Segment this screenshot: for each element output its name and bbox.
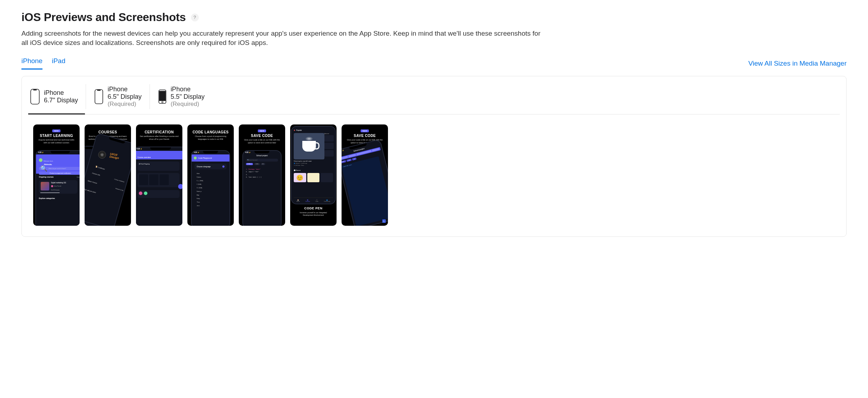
chip-css: CSS xyxy=(347,159,352,162)
shot-subtitle: Give your code a title on our IDE with t… xyxy=(242,139,282,144)
search-placeholder: What do you want to learn? xyxy=(49,168,66,169)
course-title: Digital marketing 101 xyxy=(51,182,66,184)
shot-title: COURSES xyxy=(85,130,131,134)
new-badge: NEW xyxy=(52,129,60,132)
size-device-label: iPhone xyxy=(171,86,205,93)
overview-label: Course overview xyxy=(137,156,151,158)
divider xyxy=(150,84,150,109)
phone-icon xyxy=(30,89,40,104)
size-device-label: iPhone xyxy=(107,86,141,93)
explore-label: Explore categories xyxy=(39,197,55,199)
phone-icon xyxy=(158,90,166,104)
device-tabs: iPhone iPad xyxy=(21,57,65,70)
screenshot-1[interactable]: NEW START LEARNING Acquire technical and… xyxy=(33,124,80,226)
row-course-completion: Course completion xyxy=(114,179,125,183)
screenshot-4[interactable]: CODE LANGUAGES Choose from a pool of pro… xyxy=(187,124,234,226)
new-badge: NEW xyxy=(360,129,369,132)
shot-subtitle: Immerse yourself in our Integrated Devel… xyxy=(295,211,332,216)
row-certificate: Certificate xyxy=(98,167,105,170)
svg-rect-6 xyxy=(159,91,166,101)
tab-ipad[interactable]: iPad xyxy=(52,57,65,70)
status-time: 4:20 ⚡ xyxy=(137,148,142,150)
meta-sub: Solomon · 2 months ago xyxy=(296,163,307,164)
view-all-label: View All xyxy=(77,176,80,178)
meta-stats: 1.6k Views · Share xyxy=(295,165,304,166)
divider xyxy=(86,84,86,109)
chip-html: HTML xyxy=(342,160,346,164)
svg-rect-0 xyxy=(31,89,39,104)
code-block: 1. Package "main" 2. import "fmt" 3. 4. … xyxy=(246,168,261,178)
svg-rect-2 xyxy=(95,90,103,104)
side-label: Awesome xyxy=(324,133,334,134)
size-tab-5-5[interactable]: iPhone 5.5" Display (Required) xyxy=(156,83,212,114)
nav-code: Code xyxy=(316,201,318,202)
nav-home: Home xyxy=(297,201,300,202)
screenshot-6[interactable]: Popular Awesome Steaming tea cup with va… xyxy=(290,124,337,226)
svg-point-5 xyxy=(162,101,163,103)
lessons-count: 8 of 32 lessons xyxy=(51,189,60,191)
row-reviews: Reviews (2.5k) xyxy=(115,188,123,192)
search-placeholder: Search by word xyxy=(249,159,257,161)
promo-banner: Product management certification xyxy=(39,172,80,175)
course-author: Umar Farouk xyxy=(54,185,61,187)
screenshot-3[interactable]: CERTIFICATION Get certifications after f… xyxy=(136,124,182,226)
user-name: Akinola. xyxy=(44,163,80,165)
size-device-label: iPhone xyxy=(44,89,78,97)
size-display-label: 6.5" Display xyxy=(107,93,141,101)
page-title: iOS Previews and Screenshots xyxy=(21,11,186,24)
svg-rect-3 xyxy=(97,90,101,91)
tab-iphone[interactable]: iPhone xyxy=(21,57,42,70)
brand-line2: Design xyxy=(109,155,119,160)
screenshot-5[interactable]: NEW SAVE CODE Give your code a title on … xyxy=(239,124,285,226)
status-time: 4:20 ⚡ xyxy=(245,152,251,153)
chip-js: JS xyxy=(352,158,357,161)
status-time: 4:20 ⚡ xyxy=(38,152,44,153)
nav-community: Community xyxy=(324,201,330,202)
choose-label: Choose a language xyxy=(197,166,211,168)
size-tab-6-7[interactable]: iPhone 6.7" Display xyxy=(28,83,85,114)
new-badge: NEW xyxy=(258,129,266,132)
svg-rect-1 xyxy=(33,90,37,91)
screenshot-7[interactable]: NEW SAVE CODE Give your code a title on … xyxy=(342,124,388,226)
row-course-info: Course Info xyxy=(92,172,100,176)
meta-title: Steaming tea cup with vapor xyxy=(294,160,322,162)
card-label: All Task Ongoing xyxy=(137,162,180,166)
chip-js: JS xyxy=(261,163,265,165)
welcome-text: Welcome back, xyxy=(44,160,53,162)
action-circle-icon xyxy=(178,184,182,189)
svg-point-7 xyxy=(101,154,103,155)
shot-title: CODE PEN xyxy=(290,206,337,210)
chip-html: HTML 5 xyxy=(246,163,253,165)
search-icon: 🔍 xyxy=(40,165,47,172)
chip-css: CSS xyxy=(254,163,259,165)
description-text: Adding screenshots for the newest device… xyxy=(21,29,542,47)
screenshot-2[interactable]: COURSES Enrol in our school of engineeri… xyxy=(85,124,131,226)
shot-title: SAVE CODE xyxy=(342,134,388,138)
shot-subtitle: Get certifications after finishing a cou… xyxy=(140,135,179,141)
row-learn: What will you learn xyxy=(85,188,96,194)
screenshots-panel: iPhone 6.7" Display iPhone 6.5" Display … xyxy=(21,76,847,237)
status-time: 4:20 ⚡ xyxy=(194,152,200,153)
corner-badge-icon: L xyxy=(382,219,386,223)
topbar-title: School project xyxy=(243,154,281,157)
view-all-sizes-link[interactable]: View All Sizes in Media Manager xyxy=(748,60,847,67)
shot-title: CERTIFICATION xyxy=(136,130,182,134)
size-display-label: 6.7" Display xyxy=(44,97,78,104)
bar-title: Code Playground xyxy=(198,157,212,159)
size-display-label: 5.5" Display xyxy=(171,93,205,101)
shot-title: CODE LANGUAGES xyxy=(187,130,234,134)
required-label: (Required) xyxy=(107,101,141,108)
row-about: About Course xyxy=(87,180,97,184)
required-label: (Required) xyxy=(171,101,205,108)
ongoing-label: Ongoing courses xyxy=(39,176,54,178)
shot-subtitle: Acquire technical and non-technical skil… xyxy=(37,139,76,144)
popular-label: Popular xyxy=(294,129,302,131)
editor-line: <!DOCTYPE html> xyxy=(343,164,352,168)
phone-icon xyxy=(95,89,103,104)
size-tab-6-5[interactable]: iPhone 6.5" Display (Required) xyxy=(92,83,148,114)
cup-illustration xyxy=(294,133,324,159)
help-icon[interactable]: ? xyxy=(191,14,199,21)
language-list: Web Python C++ (N/A) C (N/A) C# (N/A) No… xyxy=(197,171,224,208)
recent-label: Recent xyxy=(296,169,301,171)
nav-courses: Courses xyxy=(305,201,310,202)
